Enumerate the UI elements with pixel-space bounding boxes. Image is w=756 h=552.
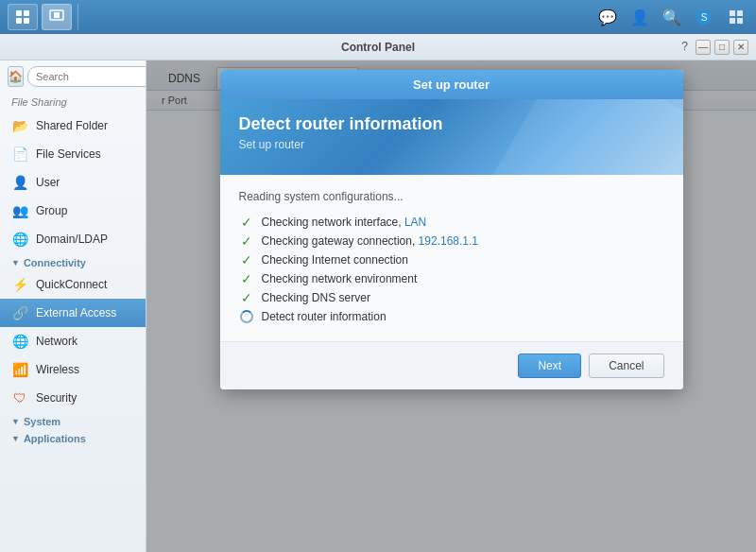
check-icon-1: ✓: [239, 215, 254, 230]
check-icon-4: ✓: [239, 271, 254, 286]
check-icon-3: ✓: [239, 252, 254, 267]
check-dns: ✓ Checking DNS server: [239, 288, 664, 307]
external-access-label: External Access: [36, 306, 116, 319]
maximize-button[interactable]: □: [714, 40, 730, 55]
file-services-label: File Services: [36, 147, 101, 161]
synology-icon[interactable]: S: [692, 5, 716, 29]
cancel-button[interactable]: Cancel: [589, 354, 663, 378]
wireless-label: Wireless: [36, 363, 79, 376]
dialog-titlebar: Set up router: [220, 70, 683, 99]
dialog-header-title: Detect router information: [239, 114, 664, 134]
shared-folder-label: Shared Folder: [36, 119, 108, 132]
applications-arrow: ▼: [11, 434, 20, 443]
search-icon[interactable]: 🔍: [660, 5, 684, 29]
home-button[interactable]: 🏠: [8, 66, 24, 87]
system-arrow: ▼: [11, 417, 20, 426]
system-section[interactable]: ▼ System: [0, 412, 146, 429]
security-label: Security: [36, 391, 77, 405]
check-dns-label: Checking DNS server: [262, 291, 370, 304]
sidebar-item-quickconnect[interactable]: ⚡ QuickConnect: [0, 270, 146, 299]
domain-icon: 🌐: [11, 231, 28, 248]
group-label: Group: [36, 204, 67, 217]
system-label: System: [24, 416, 60, 427]
connectivity-label: Connectivity: [24, 257, 86, 268]
dialog-body: Reading system configurations... ✓ Check…: [220, 175, 683, 341]
cp-body: 🏠 File Sharing 📂 Shared Folder 📄 File Se…: [0, 60, 756, 552]
search-input[interactable]: [27, 66, 146, 87]
taskbar-separator: [77, 4, 78, 30]
file-sharing-label: File Sharing: [0, 93, 146, 112]
sidebar-item-user[interactable]: 👤 User: [0, 168, 146, 197]
window-title: Control Panel: [341, 41, 415, 54]
window-controls: ? — □ ✕: [681, 40, 748, 55]
dialog-header-subtitle: Set up router: [239, 138, 664, 151]
dialog-footer: Next Cancel: [220, 341, 683, 389]
wireless-icon: 📶: [11, 361, 28, 378]
check-icon-6: [239, 309, 254, 324]
file-services-icon: 📄: [11, 146, 28, 163]
applications-label: Applications: [24, 433, 86, 444]
sidebar-item-security[interactable]: 🛡 Security: [0, 384, 146, 412]
help-button[interactable]: ?: [681, 40, 688, 55]
svg-text:S: S: [701, 12, 708, 23]
sidebar-item-wireless[interactable]: 📶 Wireless: [0, 355, 146, 384]
check-internet-label: Checking Internet connection: [262, 253, 408, 267]
sidebar-item-external-access[interactable]: 🔗 External Access: [0, 299, 146, 327]
chat-icon[interactable]: 💬: [595, 5, 620, 29]
svg-rect-11: [737, 18, 743, 24]
svg-rect-9: [737, 10, 743, 16]
connectivity-section[interactable]: ▼ Connectivity: [0, 253, 146, 270]
applications-section[interactable]: ▼ Applications: [0, 429, 146, 446]
minimize-button[interactable]: —: [696, 40, 711, 55]
check-icon-2: ✓: [239, 233, 254, 249]
security-icon: 🛡: [11, 389, 28, 406]
dialog-header: Detect router information Set up router: [220, 99, 683, 175]
user-icon[interactable]: 👤: [627, 5, 652, 29]
sidebar-search-area: 🏠: [0, 60, 146, 93]
apps-icon[interactable]: [8, 4, 38, 30]
sidebar-item-domain[interactable]: 🌐 Domain/LDAP: [0, 225, 146, 253]
svg-rect-5: [54, 12, 60, 18]
dialog: Set up router Detect router information …: [220, 70, 683, 389]
svg-rect-10: [730, 18, 735, 24]
detect-router-label: Detect router information: [262, 310, 387, 323]
titlebar: Control Panel ? — □ ✕: [0, 34, 756, 60]
windows-icon[interactable]: [724, 5, 748, 29]
taskbar: 💬 👤 🔍 S: [0, 0, 756, 34]
sidebar: 🏠 File Sharing 📂 Shared Folder 📄 File Se…: [0, 60, 146, 552]
svg-rect-0: [16, 10, 22, 16]
next-button[interactable]: Next: [518, 354, 581, 378]
domain-label: Domain/LDAP: [36, 233, 108, 246]
sidebar-item-file-services[interactable]: 📄 File Services: [0, 140, 146, 168]
taskbar-right-area: 💬 👤 🔍 S: [595, 5, 748, 29]
lan-highlight: LAN: [404, 216, 426, 229]
gateway-highlight: 192.168.1.1: [419, 234, 478, 248]
folder-icon: 📂: [11, 117, 28, 134]
check-gateway: ✓ Checking gateway connection, 192.168.1…: [239, 232, 664, 250]
connectivity-arrow: ▼: [11, 258, 20, 267]
check-network-env: ✓ Checking network environment: [239, 269, 664, 288]
reading-config-label: Reading system configurations...: [239, 190, 664, 203]
check-icon-5: ✓: [239, 290, 254, 305]
sidebar-item-group[interactable]: 👥 Group: [0, 197, 146, 225]
user-label: User: [36, 176, 60, 189]
check-detect-router: Detect router information: [239, 307, 664, 326]
external-access-icon: 🔗: [11, 304, 28, 321]
network-icon: 🌐: [11, 333, 28, 350]
sidebar-item-network[interactable]: 🌐 Network: [0, 327, 146, 355]
network-label: Network: [36, 335, 77, 348]
svg-rect-2: [16, 18, 22, 24]
quickconnect-label: QuickConnect: [36, 278, 107, 291]
control-panel-taskbar-icon[interactable]: [42, 4, 72, 30]
svg-rect-8: [730, 10, 735, 16]
content-area: DDNS Router Configuration Advanced r Por…: [146, 60, 756, 552]
check-network-env-label: Checking network environment: [262, 272, 418, 285]
loading-spinner: [240, 310, 253, 323]
dialog-overlay: Set up router Detect router information …: [146, 60, 756, 552]
user-icon: 👤: [11, 174, 28, 191]
control-panel-window: Control Panel ? — □ ✕ 🏠 File Sharing 📂 S…: [0, 34, 756, 552]
sidebar-item-shared-folder[interactable]: 📂 Shared Folder: [0, 112, 146, 140]
dialog-title: Set up router: [413, 78, 490, 92]
svg-rect-3: [24, 18, 29, 24]
close-button[interactable]: ✕: [733, 40, 748, 55]
